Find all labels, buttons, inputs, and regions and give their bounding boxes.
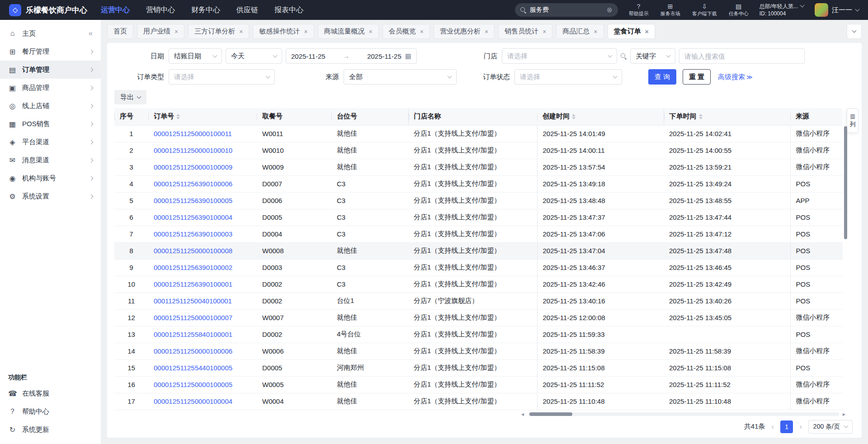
- top-nav-item[interactable]: 营销中心: [146, 5, 175, 15]
- table-row[interactable]: 3 000012511250000100009 W0009 就他佳 分店1（支持…: [114, 159, 843, 175]
- table-row[interactable]: 9 000012511256390100002 D0003 C3 分店1（支持线…: [114, 259, 843, 276]
- column-header[interactable]: 门店名称: [408, 108, 537, 125]
- column-header[interactable]: 订单号: [148, 108, 257, 125]
- tab[interactable]: 堂食订单 ×: [608, 24, 655, 39]
- order-number-link[interactable]: 000012511255840100001: [154, 331, 232, 338]
- order-number-link[interactable]: 000012511250000100007: [154, 314, 232, 321]
- sidebar-item[interactable]: ⚙ 系统设置: [0, 187, 101, 205]
- page-size-select[interactable]: 200 条/页: [808, 420, 853, 434]
- column-header[interactable]: 台位号: [331, 108, 408, 125]
- table-row[interactable]: 12 000012511250000100007 W0007 就他佳 分店1（支…: [114, 309, 843, 326]
- sidebar-item[interactable]: ✉ 消息渠道: [0, 151, 101, 169]
- tab[interactable]: 营业优惠分析 ×: [434, 24, 495, 39]
- close-icon[interactable]: ×: [645, 28, 649, 35]
- sidebar-item[interactable]: ⊞ 餐厅管理: [0, 43, 101, 61]
- column-header[interactable]: 创建时间: [537, 108, 664, 125]
- global-search[interactable]: ⊗: [515, 3, 618, 17]
- table-row[interactable]: 5 000012511256390100005 D0006 C3 分店1（支持线…: [114, 192, 843, 209]
- tab[interactable]: 首页: [107, 24, 133, 39]
- horizontal-scrollbar-thumb[interactable]: [529, 412, 572, 416]
- search-button[interactable]: 查 询: [648, 69, 676, 85]
- sort-icon[interactable]: [699, 114, 703, 119]
- order-number-link[interactable]: 000012511256390100002: [154, 264, 232, 271]
- topbar-action[interactable]: ⇩ 客户端下载: [692, 3, 717, 17]
- collapse-sidebar-icon[interactable]: «: [89, 29, 93, 38]
- column-header[interactable]: 下单时间: [664, 108, 790, 125]
- table-row[interactable]: 6 000012511256390100004 D0005 C3 分店1（支持线…: [114, 209, 843, 226]
- table-row[interactable]: 14 000012511250000100006 W0006 就他佳 分店1（支…: [114, 343, 843, 359]
- order-number-link[interactable]: 000012511250000100010: [154, 146, 232, 154]
- next-page-icon[interactable]: ›: [798, 422, 803, 431]
- scroll-left-icon[interactable]: ◂: [521, 411, 524, 417]
- close-icon[interactable]: ×: [542, 28, 546, 35]
- sidebar-footer-item[interactable]: ↻ 系统更新: [0, 420, 101, 439]
- scroll-right-icon[interactable]: ▸: [843, 411, 845, 417]
- top-nav-item[interactable]: 运营中心: [101, 5, 130, 15]
- store-select[interactable]: 请选择: [502, 48, 617, 64]
- keyword-input[interactable]: [684, 52, 799, 60]
- order-type-select[interactable]: 请选择: [169, 69, 275, 85]
- close-icon[interactable]: ×: [175, 28, 178, 35]
- tab[interactable]: 商城流量概况 ×: [318, 24, 379, 39]
- vertical-scrollbar-thumb[interactable]: [844, 126, 847, 239]
- sidebar-footer-item[interactable]: ☎ 在线客服: [0, 384, 101, 402]
- advanced-search-link[interactable]: 高级搜索 ≫: [718, 73, 753, 81]
- topbar-action[interactable]: ⊞ 服务市场: [660, 3, 680, 17]
- order-number-link[interactable]: 000012511250000100004: [154, 397, 232, 405]
- table-row[interactable]: 17 000012511250000100004 W0004 就他佳 分店1（支…: [114, 393, 843, 410]
- order-number-link[interactable]: 000012511250000100009: [154, 163, 232, 171]
- close-icon[interactable]: ×: [369, 28, 373, 35]
- close-icon[interactable]: ×: [239, 28, 243, 35]
- table-row[interactable]: 16 000012511250000100005 W0005 就他佳 分店1（支…: [114, 376, 843, 393]
- order-number-link[interactable]: 000012511255440100005: [154, 364, 232, 372]
- order-number-link[interactable]: 000012511250000100011: [154, 130, 232, 137]
- order-number-link[interactable]: 000012511256390100005: [154, 197, 232, 204]
- table-row[interactable]: 8 000012511250000100008 W0008 就他佳 分店1（支持…: [114, 242, 843, 259]
- tab[interactable]: 三方订单分析 ×: [188, 24, 249, 39]
- status-select[interactable]: 请选择: [514, 69, 622, 85]
- order-number-link[interactable]: 000012511256390100001: [154, 280, 232, 288]
- tab[interactable]: 商品汇总 ×: [556, 24, 604, 39]
- order-number-link[interactable]: 000012511256390100004: [154, 213, 232, 221]
- table-row[interactable]: 2 000012511250000100010 W0010 就他佳 分店1（支持…: [114, 142, 843, 159]
- sidebar-item[interactable]: ⌂ 主页 «: [0, 24, 101, 43]
- global-search-input[interactable]: [530, 6, 603, 14]
- sidebar-item[interactable]: ◉ 机构与账号: [0, 169, 101, 187]
- table-row[interactable]: 4 000012511256390100006 D0007 C3 分店1（支持线…: [114, 175, 843, 192]
- close-icon[interactable]: ×: [485, 28, 488, 35]
- table-row[interactable]: 7 000012511256390100003 D0004 C3 分店1（支持线…: [114, 226, 843, 242]
- export-button[interactable]: 导出: [114, 90, 146, 104]
- sidebar-footer-item[interactable]: ？ 帮助中心: [0, 402, 101, 420]
- sidebar-item[interactable]: ◎ 线上店铺: [0, 97, 101, 115]
- top-nav-item[interactable]: 供应链: [236, 5, 258, 15]
- close-icon[interactable]: ×: [594, 28, 597, 35]
- sidebar-item[interactable]: ◈ 平台渠道: [0, 133, 101, 151]
- org-switcher[interactable]: 总部/年轻人第... ID: 100004: [760, 3, 804, 17]
- reset-button[interactable]: 重 置: [683, 69, 711, 85]
- topbar-action[interactable]: ▤ 任务中心: [729, 3, 749, 17]
- table-row[interactable]: 15 000012511255440100005 D0005 河南郑州 分店1（…: [114, 359, 843, 376]
- close-icon[interactable]: ×: [304, 28, 307, 35]
- table-row[interactable]: 10 000012511256390100001 D0002 C3 分店1（支持…: [114, 276, 843, 293]
- order-number-link[interactable]: 000112511250040100001: [154, 297, 232, 305]
- prev-page-icon[interactable]: ‹: [771, 422, 775, 431]
- keyword-type-select[interactable]: 关键字: [630, 48, 675, 64]
- sidebar-item[interactable]: ▦ POS销售: [0, 115, 101, 133]
- order-number-link[interactable]: 000012511250000100006: [154, 347, 232, 355]
- tab[interactable]: 销售员统计 ×: [498, 24, 552, 39]
- sidebar-item[interactable]: ▣ 商品管理: [0, 79, 101, 97]
- source-select[interactable]: 全部: [344, 69, 457, 85]
- order-number-link[interactable]: 000012511256390100003: [154, 230, 232, 238]
- date-type-select[interactable]: 结账日期: [169, 48, 222, 64]
- horizontal-scrollbar-track[interactable]: [528, 412, 839, 416]
- table-row[interactable]: 13 000012511255840100001 D0002 4号台位 分店1（…: [114, 326, 843, 343]
- tab[interactable]: 用户业绩 ×: [137, 24, 184, 39]
- tab[interactable]: 敏感操作统计 ×: [253, 24, 314, 39]
- top-nav-item[interactable]: 报表中心: [274, 5, 303, 15]
- page-number-button[interactable]: 1: [780, 420, 793, 433]
- column-header[interactable]: 来源: [790, 108, 843, 125]
- user-menu[interactable]: 汪一一: [815, 3, 859, 17]
- date-range-picker[interactable]: 2025-11-25 → 2025-11-25 ▦: [286, 48, 417, 64]
- sort-icon[interactable]: [176, 114, 180, 119]
- table-row[interactable]: 1 000012511250000100011 W0011 就他佳 分店1（支持…: [114, 125, 843, 142]
